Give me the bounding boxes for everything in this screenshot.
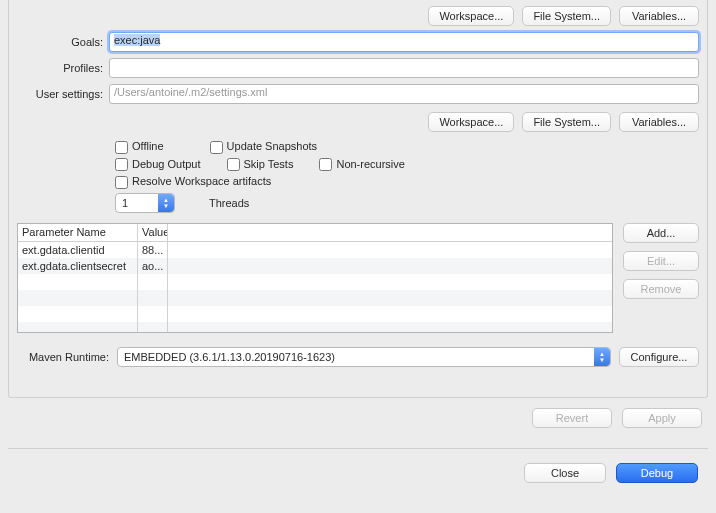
threads-label: Threads	[209, 197, 249, 209]
offline-checkbox[interactable]: Offline	[115, 140, 164, 154]
skip-tests-checkbox[interactable]: Skip Tests	[227, 158, 294, 172]
workspace-button-top[interactable]: Workspace...	[428, 6, 514, 26]
non-recursive-checkbox[interactable]: Non-recursive	[319, 158, 404, 172]
table-row	[18, 290, 612, 306]
filesystem-button-top[interactable]: File System...	[522, 6, 611, 26]
edit-button: Edit...	[623, 251, 699, 271]
debug-button[interactable]: Debug	[616, 463, 698, 483]
column-parameter-name[interactable]: Parameter Name	[18, 224, 138, 241]
user-settings-input[interactable]: /Users/antoine/.m2/settings.xml	[109, 84, 699, 104]
maven-runtime-label: Maven Runtime:	[17, 351, 109, 363]
workspace-button-mid[interactable]: Workspace...	[428, 112, 514, 132]
filesystem-button-mid[interactable]: File System...	[522, 112, 611, 132]
table-row	[18, 306, 612, 322]
table-row[interactable]: ext.gdata.clientsecret ao...	[18, 258, 612, 274]
profiles-input[interactable]	[109, 58, 699, 78]
main-config-panel: Workspace... File System... Variables...…	[8, 0, 708, 398]
goals-label: Goals:	[17, 36, 109, 48]
debug-output-checkbox[interactable]: Debug Output	[115, 158, 201, 172]
profiles-label: Profiles:	[17, 62, 109, 74]
add-button[interactable]: Add...	[623, 223, 699, 243]
parameters-table[interactable]: Parameter Name Value ext.gdata.clientid …	[17, 223, 613, 333]
goals-input[interactable]: exec:java	[109, 32, 699, 52]
update-snapshots-checkbox[interactable]: Update Snapshots	[210, 140, 318, 154]
variables-button-top[interactable]: Variables...	[619, 6, 699, 26]
remove-button: Remove	[623, 279, 699, 299]
divider	[8, 448, 708, 449]
close-button[interactable]: Close	[524, 463, 606, 483]
resolve-workspace-checkbox[interactable]: Resolve Workspace artifacts	[115, 175, 271, 189]
configure-button[interactable]: Configure...	[619, 347, 699, 367]
table-row	[18, 322, 612, 333]
stepper-arrows-icon[interactable]: ▲▼	[158, 194, 174, 212]
user-settings-label: User settings:	[17, 88, 109, 100]
table-row	[18, 274, 612, 290]
maven-runtime-select[interactable]: EMBEDDED (3.6.1/1.13.0.20190716-1623) ▲▼	[117, 347, 611, 367]
select-arrows-icon[interactable]: ▲▼	[594, 348, 610, 366]
options-block: Offline Update Snapshots Debug Output Sk…	[115, 140, 699, 213]
threads-stepper[interactable]: 1 ▲▼	[115, 193, 175, 213]
table-row[interactable]: ext.gdata.clientid 88...	[18, 242, 612, 258]
apply-button: Apply	[622, 408, 702, 428]
revert-button: Revert	[532, 408, 612, 428]
column-value[interactable]: Value	[138, 224, 168, 241]
variables-button-mid[interactable]: Variables...	[619, 112, 699, 132]
